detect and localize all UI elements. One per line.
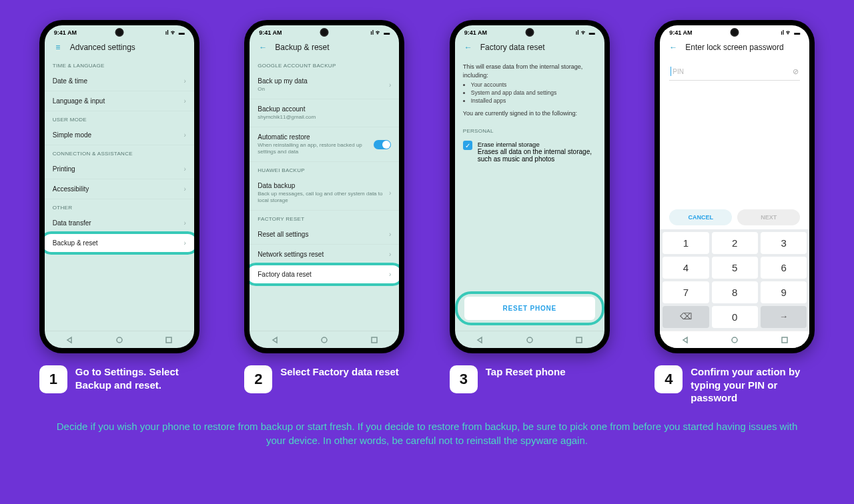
row-backup-account[interactable]: Backup accountshymchik11@gmail.com xyxy=(250,99,399,127)
menu-icon[interactable]: ≡ xyxy=(53,43,63,52)
status-bar: 9:41 AM ılᯤ▬ xyxy=(455,25,604,37)
titlebar: ← Factory data reset xyxy=(455,37,604,57)
section-header: HUAWEI BACKUP xyxy=(250,162,399,176)
home-icon[interactable] xyxy=(526,336,534,344)
svg-rect-7 xyxy=(782,337,787,343)
row-reset-all[interactable]: Reset all settings› xyxy=(250,225,399,245)
titlebar: ≡ Advanced settings xyxy=(45,37,194,57)
svg-rect-5 xyxy=(576,337,582,343)
chevron-right-icon: › xyxy=(389,189,391,197)
recent-icon[interactable] xyxy=(575,336,583,344)
next-button[interactable]: NEXT xyxy=(737,209,800,225)
step-number: 3 xyxy=(450,365,478,393)
toggle-on[interactable] xyxy=(374,140,391,149)
step-text: Confirm your action by typing your PIN o… xyxy=(691,365,815,405)
step-text: Tap Reset phone xyxy=(486,365,566,379)
key-backspace[interactable]: ⌫ xyxy=(663,306,709,328)
row-auto-restore[interactable]: Automatic restoreWhen reinstalling an ap… xyxy=(250,127,399,162)
svg-point-6 xyxy=(732,337,737,343)
key-1[interactable]: 1 xyxy=(663,232,709,254)
key-3[interactable]: 3 xyxy=(761,232,807,254)
section-header: OTHER xyxy=(45,199,194,213)
row-network-reset[interactable]: Network settings reset› xyxy=(250,245,399,265)
step-2: 2 Select Factory data reset xyxy=(244,365,404,405)
android-navbar xyxy=(250,331,399,348)
recent-icon[interactable] xyxy=(165,336,173,344)
row-data-transfer[interactable]: Data transfer› xyxy=(45,213,194,233)
back-icon[interactable] xyxy=(65,336,73,344)
status-bar: 9:41 AM ılᯤ▬ xyxy=(45,25,194,37)
step-4: 4 Confirm your action by typing your PIN… xyxy=(655,365,815,405)
key-7[interactable]: 7 xyxy=(663,281,709,303)
page-title: Factory data reset xyxy=(480,43,545,52)
warning-text: This will erase data from the internal s… xyxy=(455,57,604,123)
key-0[interactable]: 0 xyxy=(712,306,758,328)
key-8[interactable]: 8 xyxy=(712,281,758,303)
key-9[interactable]: 9 xyxy=(761,281,807,303)
section-header: FACTORY RESET xyxy=(250,211,399,225)
section-header: CONNECTION & ASSISTANCE xyxy=(45,145,194,159)
row-accessibility[interactable]: Accessibility› xyxy=(45,179,194,199)
chevron-right-icon: › xyxy=(389,271,391,278)
step-row: 1 Go to Settings. Select Backup and rese… xyxy=(0,353,854,405)
key-6[interactable]: 6 xyxy=(761,257,807,279)
visibility-off-icon[interactable]: ⊘ xyxy=(793,67,799,76)
wifi-icon: ᯤ xyxy=(171,29,177,36)
android-navbar xyxy=(660,331,809,348)
row-backup-data[interactable]: Back up my dataOn› xyxy=(250,71,399,99)
row-factory-reset[interactable]: Factory data reset› xyxy=(250,265,399,285)
footer-note: Decide if you wish your phone to restore… xyxy=(0,419,854,449)
row-date-time[interactable]: Date & time› xyxy=(45,71,194,91)
back-arrow-icon[interactable]: ← xyxy=(463,43,474,52)
home-icon[interactable] xyxy=(115,336,123,344)
key-4[interactable]: 4 xyxy=(663,257,709,279)
step-1: 1 Go to Settings. Select Backup and rese… xyxy=(39,365,199,405)
phone-row: 9:41 AM ılᯤ▬ ≡ Advanced settings TIME & … xyxy=(0,0,854,353)
wifi-icon: ᯤ xyxy=(376,29,382,36)
back-arrow-icon[interactable]: ← xyxy=(668,43,679,52)
phone-2: 9:41 AM ılᯤ▬ ← Backup & reset GOOGLE ACC… xyxy=(244,20,404,353)
row-language[interactable]: Language & input› xyxy=(45,91,194,111)
checkbox-checked-icon[interactable]: ✓ xyxy=(463,141,472,150)
chevron-right-icon: › xyxy=(183,239,185,247)
cancel-button[interactable]: CANCEL xyxy=(669,209,732,225)
battery-icon: ▬ xyxy=(794,29,800,36)
key-2[interactable]: 2 xyxy=(712,232,758,254)
back-icon[interactable] xyxy=(476,336,484,344)
home-icon[interactable] xyxy=(320,336,328,344)
recent-icon[interactable] xyxy=(781,336,789,344)
back-arrow-icon[interactable]: ← xyxy=(258,43,268,52)
step-number: 4 xyxy=(655,365,683,393)
section-header: GOOGLE ACCOUNT BACKUP xyxy=(250,57,399,71)
chevron-right-icon: › xyxy=(389,81,391,89)
back-icon[interactable] xyxy=(681,336,689,344)
section-header: USER MODE xyxy=(45,111,194,125)
wifi-icon: ᯤ xyxy=(581,29,587,36)
row-simple-mode[interactable]: Simple mode› xyxy=(45,125,194,145)
chevron-right-icon: › xyxy=(183,219,185,227)
row-printing[interactable]: Printing› xyxy=(45,159,194,179)
phone-1: 9:41 AM ılᯤ▬ ≡ Advanced settings TIME & … xyxy=(39,20,199,353)
back-icon[interactable] xyxy=(271,336,279,344)
key-5[interactable]: 5 xyxy=(712,257,758,279)
row-backup-reset[interactable]: Backup & reset› xyxy=(45,233,194,253)
signal-icon: ıl xyxy=(370,29,374,36)
chevron-right-icon: › xyxy=(183,131,185,139)
pin-input[interactable]: PIN ⊘ xyxy=(669,63,800,81)
section-header: PERSONAL xyxy=(455,123,604,137)
reset-phone-button[interactable]: RESET PHONE xyxy=(464,297,595,320)
chevron-right-icon: › xyxy=(389,251,391,258)
row-erase-storage[interactable]: ✓ Erase internal storageErases all data … xyxy=(455,137,604,167)
chevron-right-icon: › xyxy=(183,165,185,173)
chevron-right-icon: › xyxy=(183,77,185,85)
chevron-right-icon: › xyxy=(183,185,185,193)
step-number: 2 xyxy=(244,365,272,393)
home-icon[interactable] xyxy=(731,336,739,344)
key-enter[interactable]: → xyxy=(761,306,807,328)
recent-icon[interactable] xyxy=(370,336,378,344)
status-bar: 9:41 AM ılᯤ▬ xyxy=(660,25,809,37)
svg-point-0 xyxy=(117,337,122,343)
phone-3: 9:41 AM ılᯤ▬ ← Factory data reset This w… xyxy=(450,20,610,353)
step-text: Go to Settings. Select Backup and reset. xyxy=(75,365,199,391)
row-data-backup[interactable]: Data backupBack up messages, call log an… xyxy=(250,176,399,211)
